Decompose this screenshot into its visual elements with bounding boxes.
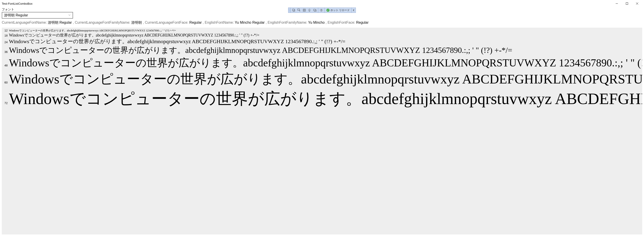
lbl-englishfontface: EnglishFontFace: (328, 20, 355, 24)
sample-text: Windowsでコンピューターの世界が広がります。abcdefghijklmno… (9, 88, 642, 110)
svg-rect-0 (626, 3, 628, 5)
sample-row: 24Windowsでコンピューターの世界が広がります。abcdefghijklm… (2, 38, 642, 45)
val-currentlanguagefontname: 游明朝 Regular (48, 20, 72, 24)
svg-rect-7 (314, 9, 316, 11)
hot-reload-label: ホット リロード (330, 8, 350, 12)
val-currentlanguagefontfamilyname: 游明朝 (131, 20, 142, 24)
lbl-currentlanguagefontfamilyname: CurrentLanguageFontFamilyName: (75, 20, 130, 24)
maximize-button[interactable] (622, 0, 632, 7)
sample-size-label: 12 (4, 28, 8, 32)
val-currentlanguagefontface: Regular (190, 20, 202, 24)
sample-size-label: 72 (4, 101, 8, 105)
sample-size-label: 24 (4, 40, 8, 44)
svg-rect-4 (304, 10, 305, 11)
svg-rect-1 (292, 9, 294, 11)
sample-text: Windowsでコンピューターの世界が広がります。abcdefghijklmno… (9, 70, 642, 88)
font-combobox-value: 游明朝 Regular (4, 13, 28, 18)
sample-row: 60Windowsでコンピューターの世界が広がります。abcdefghijklm… (2, 70, 642, 88)
lbl-englishfontfamilyname: EnglishFontFamilyName: (268, 20, 307, 24)
chevron-down-icon (68, 14, 71, 17)
title-bar: Test-FontListComboBox (0, 0, 644, 7)
val-englishfontfamilyname: Yu Mincho (308, 20, 325, 24)
lbl-currentlanguagefontface: CurrentLanguageFontFace: (145, 20, 188, 24)
window-title: Test-FontListComboBox (2, 2, 32, 5)
svg-rect-3 (303, 9, 306, 12)
hot-reload-button[interactable]: ✓ ホット リロード (325, 8, 351, 12)
toolbar-grip[interactable] (288, 8, 290, 12)
window-controls (612, 0, 642, 7)
sample-size-label: 48 (4, 64, 8, 68)
val-englishfontface: Regular (356, 20, 368, 24)
check-icon: ✓ (326, 9, 330, 12)
svg-rect-5 (309, 9, 310, 12)
sample-size-label: 18 (4, 34, 8, 38)
sample-row: 12Windowsでコンピューターの世界が広がります。abcdefghijklm… (2, 28, 642, 32)
close-button[interactable] (632, 0, 642, 7)
sample-text: Windowsでコンピューターの世界が広がります。abcdefghijklmno… (9, 29, 176, 32)
font-combobox[interactable]: 游明朝 Regular (2, 12, 73, 18)
font-info-row: CurrentLanguageFontName: 游明朝 Regular , C… (2, 20, 642, 25)
sample-text: Windowsでコンピューターの世界が広がります。abcdefghijklmno… (9, 45, 512, 56)
sample-row: 36Windowsでコンピューターの世界が広がります。abcdefghijklm… (2, 45, 642, 56)
sample-text: Windowsでコンピューターの世界が広がります。abcdefghijklmno… (9, 38, 345, 45)
sample-row: 48Windowsでコンピューターの世界が広がります。abcdefghijklm… (2, 56, 642, 70)
svg-point-6 (309, 11, 310, 11)
display-layout-adorners-icon[interactable] (302, 8, 307, 12)
sample-text: Windowsでコンピューターの世界が広がります。abcdefghijklmno… (9, 56, 642, 70)
scan-accessibility-icon[interactable] (319, 8, 324, 12)
goto-live-visual-tree-icon[interactable] (291, 8, 296, 12)
content-area: フォント 游明朝 Regular CurrentLanguageFontName… (0, 8, 644, 234)
sample-row: 72Windowsでコンピューターの世界が広がります。abcdefghijklm… (2, 88, 642, 110)
sample-row: 18Windowsでコンピューターの世界が広がります。abcdefghijklm… (2, 32, 642, 38)
sample-size-label: 60 (4, 80, 8, 84)
sample-size-label: 36 (4, 50, 8, 54)
collapse-toolbar-button[interactable] (352, 8, 356, 12)
minimize-button[interactable] (612, 0, 622, 7)
svg-point-9 (321, 9, 322, 10)
sample-text: Windowsでコンピューターの世界が広がります。abcdefghijklmno… (9, 32, 259, 38)
lbl-englishfontname: EnglishFontName: (205, 20, 234, 24)
lbl-currentlanguagefontname: CurrentLanguageFontName: (2, 20, 47, 24)
svg-rect-2 (298, 9, 300, 10)
show-hide-runtime-tools-icon[interactable] (312, 8, 318, 12)
track-focused-element-icon[interactable] (307, 8, 312, 12)
select-element-icon[interactable] (296, 8, 302, 12)
debug-toolbar[interactable]: ✓ ホット リロード (288, 8, 356, 13)
val-englishfontname: Yu Mincho Regular (235, 20, 265, 24)
font-preview-area: 12Windowsでコンピューターの世界が広がります。abcdefghijklm… (2, 28, 642, 234)
